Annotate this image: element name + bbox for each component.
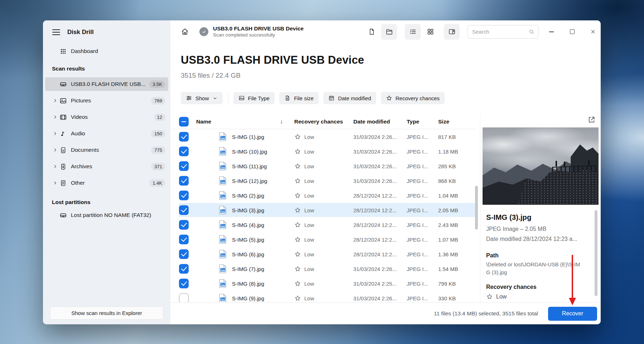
open-preview-external-icon[interactable] <box>587 116 596 124</box>
preview-scrollbar-thumb[interactable] <box>595 210 597 296</box>
table-row[interactable]: S-IMG (1).jpg Low 31/03/2024 2:26... JPE… <box>179 129 480 144</box>
row-checkbox[interactable] <box>179 264 189 273</box>
count-badge: 371 <box>151 163 165 170</box>
list-view-button[interactable] <box>405 24 421 40</box>
filter-button[interactable]: File Type <box>233 92 275 104</box>
table-row[interactable]: S-IMG (2).jpg Low 28/12/2024 12:2... JPE… <box>179 188 480 203</box>
star-outline-icon[interactable] <box>294 280 301 287</box>
table-row[interactable]: S-IMG (6).jpg Low 28/12/2024 12:2... JPE… <box>179 247 480 261</box>
row-checkbox[interactable] <box>179 234 189 244</box>
preview-image-figure <box>556 161 557 166</box>
side-panel-icon <box>448 28 456 35</box>
star-outline-icon[interactable] <box>294 236 301 243</box>
preview-image[interactable] <box>483 127 599 205</box>
column-header-date-modified[interactable]: Date modified <box>353 118 390 125</box>
jpeg-file-icon <box>219 235 227 244</box>
sidebar-item[interactable]: Other 1.4K <box>43 175 170 191</box>
filter-button[interactable]: Show <box>181 92 223 104</box>
jpeg-file-icon <box>219 220 227 229</box>
star-outline-icon[interactable] <box>294 148 301 155</box>
sidebar-item[interactable]: Archives 371 <box>43 158 170 175</box>
table-row[interactable]: S-IMG (9).jpg Low 31/03/2024 2:26... JPE… <box>179 291 480 302</box>
table-row[interactable]: S-IMG (5).jpg Low 28/12/2024 12:2... JPE… <box>179 232 480 247</box>
star-outline-icon[interactable] <box>294 207 301 213</box>
grid-view-button[interactable] <box>422 24 438 40</box>
column-header-name[interactable]: Name <box>196 118 211 125</box>
search-box <box>468 25 538 39</box>
filter-button[interactable]: Date modified <box>323 92 376 104</box>
preview-panel-toggle-button[interactable] <box>444 24 460 40</box>
file-name: S-IMG (9).jpg <box>232 295 264 301</box>
star-outline-icon[interactable] <box>294 163 301 169</box>
sort-descending-icon[interactable]: ↓ <box>280 118 283 125</box>
sidebar-item[interactable]: USB3.0 FLASH DRIVE USB... 3.5K <box>43 76 170 92</box>
table-row[interactable]: S-IMG (8).jpg Low 31/03/2024 2:25... JPE… <box>179 276 480 291</box>
close-icon <box>590 29 596 34</box>
sidebar-item-label: Documents <box>71 147 151 153</box>
row-checkbox[interactable] <box>179 293 189 302</box>
recover-button[interactable]: Recover <box>548 307 597 321</box>
recovery-chance-value: Low <box>304 222 314 228</box>
file-name: S-IMG (10).jpg <box>232 148 267 154</box>
row-checkbox[interactable] <box>179 176 189 185</box>
row-checkbox[interactable] <box>179 132 189 141</box>
recovery-chance-value: Low <box>304 236 314 242</box>
sidebar-item[interactable]: Pictures 769 <box>43 92 170 109</box>
column-header-type[interactable]: Type <box>407 118 419 125</box>
sidebar-item-dashboard[interactable]: Dashboard <box>43 44 170 58</box>
maximize-button[interactable] <box>564 24 580 40</box>
table-row[interactable]: S-IMG (11).jpg Low 31/03/2024 2:26... JP… <box>179 159 480 173</box>
sidebar-item[interactable]: Videos 12 <box>43 109 170 125</box>
filter-button[interactable]: Recovery chances <box>381 92 445 104</box>
column-header-size[interactable]: Size <box>438 118 449 125</box>
filter-separator <box>228 93 228 103</box>
star-outline-icon[interactable] <box>294 192 301 199</box>
filter-button[interactable]: File size <box>279 92 319 104</box>
file-name: S-IMG (1).jpg <box>232 134 264 140</box>
minimize-button[interactable] <box>543 24 559 40</box>
star-outline-icon[interactable] <box>294 133 301 140</box>
chevron-right-icon[interactable] <box>52 114 58 120</box>
row-checkbox[interactable] <box>179 249 189 259</box>
table-scrollbar-thumb[interactable] <box>475 186 478 229</box>
chevron-right-icon[interactable] <box>52 164 58 169</box>
chevron-right-icon[interactable] <box>52 147 58 153</box>
folder-view-button[interactable] <box>381 24 397 40</box>
table-row[interactable]: S-IMG (7).jpg Low 31/03/2024 2:26... JPE… <box>179 261 480 276</box>
select-all-checkbox[interactable] <box>179 117 189 127</box>
row-checkbox[interactable] <box>179 190 189 200</box>
chevron-right-icon[interactable] <box>52 180 58 186</box>
star-outline-icon[interactable] <box>294 295 301 301</box>
column-header-recovery-chances[interactable]: Recovery chances <box>294 118 343 125</box>
sidebar-item[interactable]: Documents 775 <box>43 142 170 158</box>
row-checkbox[interactable] <box>179 220 189 229</box>
close-button[interactable] <box>585 24 601 40</box>
search-input[interactable] <box>472 29 529 35</box>
row-checkbox[interactable] <box>179 146 189 156</box>
chevron-right-icon[interactable] <box>52 98 58 103</box>
star-outline-icon[interactable] <box>294 177 301 184</box>
sidebar-item-lost-partition[interactable]: Lost partition NO NAME (FAT32) <box>43 207 170 223</box>
lost-partition-label: Lost partition NO NAME (FAT32) <box>71 212 151 218</box>
star-outline-icon[interactable] <box>294 221 301 228</box>
table-row[interactable]: S-IMG (10).jpg Low 31/03/2024 2:26... JP… <box>179 144 480 159</box>
sidebar-item[interactable]: Audio 150 <box>43 125 170 142</box>
chevron-right-icon[interactable] <box>52 131 58 136</box>
table-row[interactable]: S-IMG (12).jpg Low 31/03/2024 2:26... JP… <box>179 173 480 188</box>
star-outline-icon[interactable] <box>294 265 301 272</box>
table-row[interactable]: S-IMG (4).jpg Low 28/12/2024 12:2... JPE… <box>179 217 480 232</box>
grid-icon <box>427 28 434 35</box>
home-icon[interactable] <box>181 28 189 36</box>
date-modified-value: 28/12/2024 12:2... <box>353 251 397 257</box>
file-type-value: JPEG I... <box>407 295 428 301</box>
new-session-button[interactable] <box>364 24 379 40</box>
table-row[interactable]: S-IMG (3).jpg Low 28/12/2024 12:2... JPE… <box>179 203 480 217</box>
jpeg-file-icon <box>219 205 227 214</box>
row-checkbox[interactable] <box>179 161 189 171</box>
hamburger-menu-icon[interactable] <box>52 29 60 35</box>
row-checkbox[interactable] <box>179 278 189 288</box>
table-header: Name ↓ Recovery chances Date modified Ty… <box>179 114 480 129</box>
star-outline-icon[interactable] <box>294 251 301 257</box>
show-scan-results-in-explorer-button[interactable]: Show scan results in Explorer <box>50 306 163 320</box>
row-checkbox[interactable] <box>179 205 189 215</box>
